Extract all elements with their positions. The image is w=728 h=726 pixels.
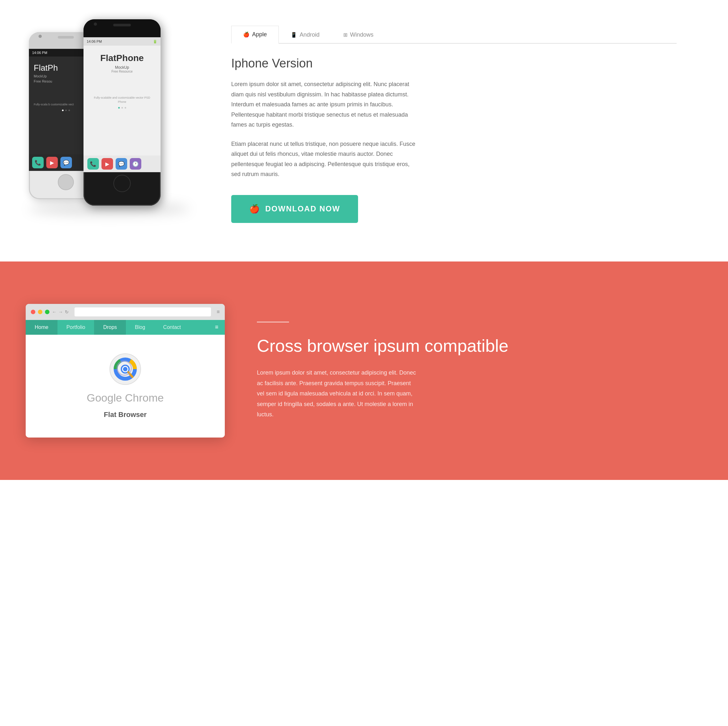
phone-black-title-plain: Flat: [100, 53, 116, 63]
phone-black-battery-icon: 🔋: [153, 40, 158, 44]
phone-black-icon-phone: 📞: [87, 158, 99, 170]
phone-black-dots: [89, 107, 155, 109]
phone-white-home-button: [58, 174, 74, 190]
nav-drops-label: Drops: [103, 325, 117, 330]
forward-icon[interactable]: →: [58, 309, 63, 314]
phone-black: 14:06 PM 🔋 FlatPhone MockUp Free Resourc…: [84, 19, 161, 205]
tab-apple-label: Apple: [252, 31, 267, 38]
tab-windows-label: Windows: [350, 32, 373, 38]
phone-black-desc: Fully-scalable and customizable vector P…: [89, 96, 155, 104]
phone-area: 14:06 PM ▌▌▌ FlatPh MockUp Free Resou Fu…: [19, 19, 199, 219]
phone-black-speaker: [113, 24, 131, 26]
nav-item-home[interactable]: Home: [26, 320, 58, 335]
dot-black-3: [125, 107, 126, 109]
section-top: 14:06 PM ▌▌▌ FlatPh MockUp Free Resou Fu…: [0, 0, 728, 262]
dot-1: [62, 110, 64, 111]
iphone-version-title: Iphone Version: [231, 57, 677, 70]
browser-app-type: Flat Browser: [104, 410, 147, 419]
divider-line: [257, 322, 289, 323]
tabs-container: 🍎 Apple 📱 Android ⊞ Windows: [231, 26, 677, 44]
dot-black-2: [121, 107, 123, 109]
nav-item-contact[interactable]: Contact: [154, 320, 190, 335]
tab-android-label: Android: [300, 32, 320, 38]
nav-contact-label: Contact: [163, 325, 181, 330]
tab-windows[interactable]: ⊞ Windows: [331, 26, 385, 44]
iphone-paragraph-1: Lorem ipsum dolor sit amet, consectetur …: [231, 79, 418, 130]
svg-point-3: [123, 367, 127, 371]
dot-3: [69, 110, 70, 111]
phone-black-icon-chat: 💬: [116, 158, 127, 170]
phone-black-screen: 14:06 PM 🔋 FlatPhone MockUp Free Resourc…: [84, 37, 161, 172]
browser-window: ← → ↻ ≡ Home Portfolio Drops Blog: [26, 304, 225, 438]
windows-tab-icon: ⊞: [343, 32, 347, 38]
browser-mockup-wrapper: ← → ↻ ≡ Home Portfolio Drops Blog: [26, 304, 225, 438]
phone-black-home-button: [113, 175, 131, 192]
download-apple-icon: 🍎: [249, 204, 260, 214]
iphone-paragraph-2: Etiam placerat nunc ut tellus tristique,…: [231, 139, 418, 179]
nav-blog-label: Blog: [135, 325, 145, 330]
browser-maximize-dot[interactable]: [45, 310, 49, 314]
browser-hamburger-icon[interactable]: ≡: [208, 324, 225, 331]
phone-white-speaker: [58, 36, 74, 38]
chrome-icon: [109, 353, 141, 385]
phone-black-time: 14:06 PM: [87, 40, 102, 43]
browser-content: Google Chrome Flat Browser: [26, 335, 225, 438]
content-area: 🍎 Apple 📱 Android ⊞ Windows Iphone Versi…: [199, 19, 696, 236]
browser-menu-icon[interactable]: ≡: [217, 309, 220, 315]
phone-black-top-bar: [84, 19, 161, 37]
phone-black-free-label: Free Resource: [89, 70, 155, 73]
phone-white-time: 14:06 PM: [32, 51, 47, 55]
browser-minimize-dot[interactable]: [38, 310, 42, 314]
tab-android[interactable]: 📱 Android: [279, 26, 331, 44]
cross-browser-text: Cross browser ipsum compatible Lorem ips…: [257, 322, 702, 420]
phone-white-icon-chat: 💬: [60, 157, 72, 168]
phone-black-app-title: FlatPhone: [89, 53, 155, 64]
browser-address-bar[interactable]: [75, 308, 211, 316]
phone-white-icon-play: ▶: [46, 157, 58, 168]
dot-2: [65, 110, 67, 111]
apple-tab-icon: 🍎: [243, 32, 249, 38]
tab-apple[interactable]: 🍎 Apple: [231, 26, 279, 44]
browser-titlebar: ← → ↻ ≡: [26, 304, 225, 320]
download-now-button[interactable]: 🍎 DOWNLOAD NOW: [231, 195, 358, 223]
nav-home-label: Home: [35, 325, 49, 330]
phone-black-app-content: FlatPhone MockUp Free Resource Fully-sca…: [84, 46, 161, 116]
phone-black-status-bar: 14:06 PM 🔋: [84, 37, 161, 46]
back-icon[interactable]: ←: [52, 309, 57, 314]
phone-black-icon-play: ▶: [101, 158, 113, 170]
phone-black-title-bold: Phone: [116, 53, 144, 63]
phone-black-camera: [94, 23, 97, 26]
nav-portfolio-label: Portfolio: [66, 325, 86, 330]
cross-browser-body: Lorem ipsum dolor sit amet, consectetur …: [257, 368, 418, 420]
android-tab-icon: 📱: [291, 32, 297, 38]
browser-app-name: Google Chrome: [87, 392, 164, 404]
nav-item-drops[interactable]: Drops: [94, 320, 126, 335]
phone-black-icon-clock: 🕐: [130, 158, 141, 170]
nav-item-portfolio[interactable]: Portfolio: [58, 320, 95, 335]
phone-black-icons-row: 📞 ▶ 💬 🕐: [84, 155, 161, 172]
phone-white-camera: [38, 35, 42, 38]
browser-close-dot[interactable]: [31, 310, 35, 314]
section-bottom: ← → ↻ ≡ Home Portfolio Drops Blog: [0, 262, 728, 480]
browser-nav: Home Portfolio Drops Blog Contact ≡: [26, 320, 225, 335]
phone-white-icon-phone: 📞: [32, 157, 44, 168]
download-btn-label: DOWNLOAD NOW: [265, 204, 340, 213]
nav-item-blog[interactable]: Blog: [126, 320, 154, 335]
browser-back-forward: ← → ↻: [52, 309, 69, 314]
cross-browser-title: Cross browser ipsum compatible: [257, 335, 702, 356]
dot-black-1: [118, 107, 120, 109]
refresh-icon[interactable]: ↻: [65, 309, 69, 314]
phone-black-mock-label: MockUp: [89, 65, 155, 70]
